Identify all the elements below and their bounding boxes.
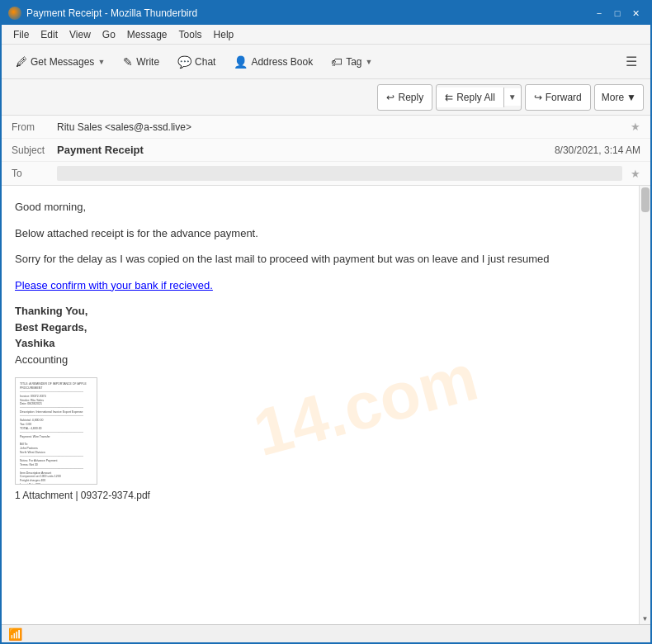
get-messages-dropdown-arrow[interactable]: ▼	[97, 58, 105, 66]
tag-label: Tag	[346, 56, 361, 68]
title-bar: Payment Receipt - Mozilla Thunderbird − …	[2, 2, 650, 25]
from-email: sales@a-ssd.live	[111, 121, 186, 133]
menu-view[interactable]: View	[64, 27, 96, 42]
hamburger-menu-button[interactable]: ☰	[619, 50, 644, 73]
menu-edit[interactable]: Edit	[35, 27, 63, 42]
app-logo	[8, 7, 21, 20]
maximize-button[interactable]: □	[609, 7, 626, 20]
get-messages-icon: 🖉	[16, 55, 27, 69]
star-icon[interactable]: ★	[631, 121, 640, 133]
reply-all-dropdown-button[interactable]: ▼	[504, 88, 521, 106]
attachment-container: TITLE: A REMINDER OF IMPORTANCE OF APPLE…	[15, 377, 626, 485]
address-book-button[interactable]: 👤 Address Book	[226, 49, 320, 75]
minimize-button[interactable]: −	[591, 7, 607, 20]
scroll-down-arrow: ▼	[642, 615, 649, 623]
scrollbar-thumb[interactable]	[641, 187, 650, 212]
write-label: Write	[136, 56, 159, 68]
subject-value: Payment Receipt	[57, 144, 555, 156]
reply-arrow-icon: ↩	[386, 92, 395, 103]
more-label: More	[602, 92, 624, 103]
email-body: 14.com Good morning, Below attached rece…	[2, 186, 639, 624]
para3: Please confirm with your bank if recieve…	[15, 277, 626, 294]
sig-line1: Thanking You,	[15, 305, 87, 317]
reply-all-arrows-icon: ⇇	[445, 92, 453, 103]
chat-label: Chat	[195, 56, 215, 68]
from-value: Ritu Sales <sales@a-ssd.live>	[57, 121, 626, 133]
attachment-info: 1 Attachment | 09372-9374.pdf	[15, 485, 626, 503]
email-body-wrapper: 14.com Good morning, Below attached rece…	[2, 186, 650, 624]
write-icon: ✎	[123, 55, 133, 69]
reply-all-split-button: ⇇ Reply All ▼	[436, 84, 522, 111]
attachment-info-text: 1 Attachment | 09372-9374.pdf	[15, 488, 150, 503]
write-button[interactable]: ✎ Write	[116, 49, 167, 75]
reply-button[interactable]: ↩ Reply	[377, 84, 432, 111]
menu-bar: File Edit View Go Message Tools Help	[2, 25, 650, 45]
email-date: 8/30/2021, 3:14 AM	[555, 144, 640, 156]
to-label: To	[12, 168, 57, 179]
chat-button[interactable]: 💬 Chat	[170, 49, 223, 75]
signature: Thanking You, Best Regards, Yashika Acco…	[15, 303, 626, 367]
close-button[interactable]: ✕	[627, 7, 644, 20]
email-content: Good morning, Below attached receipt is …	[15, 199, 626, 503]
tag-button[interactable]: 🏷 Tag ▼	[324, 49, 380, 75]
toolbar: 🖉 Get Messages ▼ ✎ Write 💬 Chat 👤 Addres…	[2, 45, 650, 79]
more-dropdown-arrow: ▼	[626, 92, 636, 103]
menu-message[interactable]: Message	[122, 27, 172, 42]
title-bar-left: Payment Receipt - Mozilla Thunderbird	[8, 7, 197, 20]
scroll-down-button[interactable]: ▼	[640, 613, 650, 624]
subject-row: Subject Payment Receipt 8/30/2021, 3:14 …	[2, 139, 650, 162]
get-messages-button[interactable]: 🖉 Get Messages ▼	[8, 49, 112, 75]
more-button[interactable]: More ▼	[594, 84, 644, 111]
to-row: To ★	[2, 162, 650, 185]
address-book-label: Address Book	[251, 56, 313, 68]
to-field	[57, 166, 622, 181]
subject-label: Subject	[12, 144, 57, 156]
action-bar: ↩ Reply ⇇ Reply All ▼ ↪ Forward More ▼	[2, 79, 650, 116]
scrollbar[interactable]: ▼	[639, 186, 650, 624]
tag-dropdown-arrow[interactable]: ▼	[366, 58, 373, 66]
window-controls: − □ ✕	[591, 7, 644, 20]
sig-line3: Yashika	[15, 337, 54, 349]
reply-all-chevron-icon: ▼	[508, 92, 517, 102]
email-header: From Ritu Sales <sales@a-ssd.live> ★ Sub…	[2, 116, 650, 186]
get-messages-label: Get Messages	[31, 56, 94, 68]
connection-icon: 📶	[8, 627, 22, 641]
para3-text: Please confirm with your bank if recieve…	[15, 279, 213, 291]
forward-arrow-icon: ↪	[534, 92, 542, 103]
reply-all-label: Reply All	[456, 92, 495, 103]
greeting: Good morning,	[15, 199, 626, 215]
para2: Sorry for the delay as I was copied on t…	[15, 251, 626, 268]
window-title: Payment Receipt - Mozilla Thunderbird	[26, 7, 197, 19]
forward-label: Forward	[546, 92, 582, 103]
tag-icon: 🏷	[331, 55, 343, 69]
menu-tools[interactable]: Tools	[174, 27, 207, 42]
menu-go[interactable]: Go	[97, 27, 120, 42]
from-row: From Ritu Sales <sales@a-ssd.live> ★	[2, 116, 650, 139]
attachment-thumbnail[interactable]: TITLE: A REMINDER OF IMPORTANCE OF APPLE…	[15, 377, 97, 485]
reply-label: Reply	[398, 92, 423, 103]
menu-file[interactable]: File	[8, 27, 34, 42]
address-book-icon: 👤	[234, 55, 248, 69]
from-name: Ritu Sales	[57, 121, 102, 133]
forward-button[interactable]: ↪ Forward	[525, 84, 591, 111]
to-star-icon[interactable]: ★	[631, 168, 640, 180]
status-bar: 📶	[2, 624, 650, 642]
sig-line2: Best Regards,	[15, 321, 87, 334]
para1: Below attached receipt is for the advanc…	[15, 225, 626, 242]
from-label: From	[12, 121, 57, 133]
main-window: Payment Receipt - Mozilla Thunderbird − …	[0, 0, 652, 644]
chat-icon: 💬	[177, 55, 191, 69]
attachment-thumb-content: TITLE: A REMINDER OF IMPORTANCE OF APPLE…	[16, 378, 97, 484]
sig-line4: Accounting	[15, 353, 68, 366]
menu-help[interactable]: Help	[209, 27, 239, 42]
reply-all-button[interactable]: ⇇ Reply All	[437, 88, 504, 107]
